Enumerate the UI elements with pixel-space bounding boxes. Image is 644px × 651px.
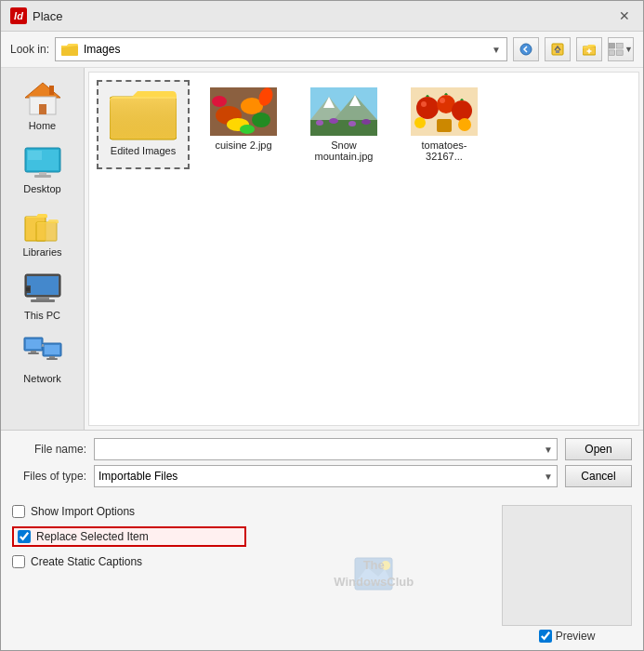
cuisine-thumbnail: [210, 87, 277, 136]
snow-mountain-thumbnail: [310, 87, 377, 136]
file-item-label-cuisine: cuisine 2.jpg: [215, 140, 271, 151]
file-name-label: File name:: [12, 443, 86, 456]
up-icon: [551, 43, 564, 56]
files-of-type-value: Importable Files: [99, 470, 177, 483]
svg-point-59: [452, 100, 472, 121]
bottom-area: File name: ▼ Open Files of type: Importa…: [1, 430, 643, 499]
show-import-row: Show Import Options: [12, 505, 246, 518]
files-of-type-row: Files of type: Importable Files ▼ Cancel: [12, 465, 632, 487]
svg-rect-26: [26, 287, 30, 291]
svg-rect-7: [617, 43, 624, 48]
svg-point-61: [440, 98, 445, 103]
watermark-area: The WindowsClub: [257, 505, 492, 643]
sidebar-thispc-label: This PC: [24, 310, 60, 321]
files-of-type-arrow: ▼: [544, 472, 553, 482]
network-icon: [23, 336, 62, 369]
svg-rect-8: [609, 50, 615, 56]
new-folder-button[interactable]: [576, 37, 602, 61]
files-of-type-label: Files of type:: [12, 470, 86, 483]
look-in-combo[interactable]: Images ▼: [55, 37, 507, 61]
replace-selected-row: Replace Selected Item: [12, 526, 246, 547]
svg-rect-16: [28, 151, 42, 160]
svg-point-64: [458, 118, 471, 131]
checkboxes-area: Show Import Options Replace Selected Ite…: [12, 505, 246, 643]
file-browser: Edited Images cuisine 2.jpg: [88, 72, 639, 426]
file-name-dropdown-arrow: ▼: [544, 445, 553, 455]
show-import-label: Show Import Options: [31, 505, 135, 518]
create-static-checkbox[interactable]: [12, 555, 25, 568]
svg-point-57: [416, 97, 439, 119]
toolbar: Look in: Images ▼: [1, 32, 643, 68]
close-button[interactable]: ✕: [615, 7, 634, 25]
replace-selected-label: Replace Selected Item: [36, 530, 149, 543]
cancel-button[interactable]: Cancel: [565, 465, 632, 487]
file-item-edited-images[interactable]: Edited Images: [97, 80, 190, 169]
sidebar-item-desktop[interactable]: Desktop: [1, 140, 84, 200]
watermark-line2: WindowsClub: [334, 574, 414, 591]
sidebar-item-libraries[interactable]: Libraries: [1, 204, 84, 263]
folder-large-icon: [110, 87, 177, 141]
checkboxes-preview-area: Show Import Options Replace Selected Ite…: [1, 499, 643, 650]
file-item-label-tomatoes: tomatoes-32167...: [405, 140, 483, 162]
svg-rect-11: [49, 86, 54, 95]
svg-rect-24: [31, 299, 55, 302]
open-button[interactable]: Open: [565, 438, 632, 460]
svg-point-60: [421, 101, 427, 107]
svg-rect-13: [39, 104, 46, 114]
svg-point-55: [361, 119, 371, 125]
place-dialog: Id Place ✕ Look in: Images ▼: [0, 0, 644, 651]
title-bar: Id Place ✕: [1, 1, 643, 32]
sidebar-item-thispc[interactable]: This PC: [1, 267, 84, 326]
files-of-type-input[interactable]: Importable Files ▼: [94, 465, 558, 487]
main-area: Home Desktop: [1, 68, 643, 430]
preview-area: Preview: [502, 505, 632, 643]
svg-rect-63: [437, 119, 452, 132]
svg-point-45: [240, 125, 255, 134]
file-item-tomatoes[interactable]: tomatoes-32167...: [398, 80, 491, 169]
svg-rect-28: [26, 339, 41, 349]
tomatoes-thumbnail: [411, 87, 478, 136]
file-item-snow-mountain[interactable]: Snow mountain.jpg: [297, 80, 390, 169]
svg-rect-4: [556, 50, 559, 53]
sidebar-libraries-label: Libraries: [22, 246, 61, 258]
file-name-row: File name: ▼ Open: [12, 438, 632, 460]
views-dropdown-arrow: ▼: [624, 45, 633, 54]
svg-rect-18: [34, 175, 51, 178]
views-icon: [609, 43, 624, 56]
file-item-label-edited-images: Edited Images: [111, 145, 176, 156]
svg-marker-10: [25, 83, 60, 98]
svg-point-54: [348, 121, 356, 126]
file-name-input[interactable]: ▼: [94, 438, 558, 460]
sidebar-item-network[interactable]: Network: [1, 330, 84, 390]
svg-rect-37: [110, 97, 177, 140]
thispc-icon: [23, 272, 62, 306]
svg-rect-20: [36, 222, 57, 241]
svg-rect-32: [45, 345, 59, 354]
file-item-label-snow-mountain: Snow mountain.jpg: [305, 140, 383, 162]
svg-rect-9: [617, 50, 624, 56]
replace-selected-checkbox[interactable]: [18, 530, 31, 543]
svg-point-2: [520, 44, 532, 55]
preview-checkbox[interactable]: [539, 630, 552, 643]
app-icon: Id: [10, 7, 27, 24]
views-button[interactable]: ▼: [608, 37, 634, 61]
create-static-label: Create Static Captions: [31, 555, 142, 568]
back-button[interactable]: [513, 37, 539, 61]
back-icon: [519, 43, 532, 56]
svg-rect-22: [27, 276, 59, 295]
svg-point-52: [316, 120, 323, 126]
sidebar-home-label: Home: [29, 120, 56, 131]
combo-arrow-icon: ▼: [492, 45, 501, 55]
svg-rect-30: [28, 352, 39, 354]
preview-label-row: Preview: [539, 630, 596, 643]
sidebar-item-home[interactable]: Home: [1, 75, 84, 137]
sidebar-desktop-label: Desktop: [23, 183, 60, 194]
create-static-row: Create Static Captions: [12, 555, 246, 568]
svg-point-43: [212, 96, 227, 107]
up-button[interactable]: [545, 37, 571, 61]
file-item-cuisine[interactable]: cuisine 2.jpg: [197, 80, 290, 169]
title-bar-left: Id Place: [10, 7, 63, 24]
folder-icon-small: [61, 43, 78, 56]
show-import-checkbox[interactable]: [12, 505, 25, 518]
look-in-value: Images: [84, 43, 486, 56]
